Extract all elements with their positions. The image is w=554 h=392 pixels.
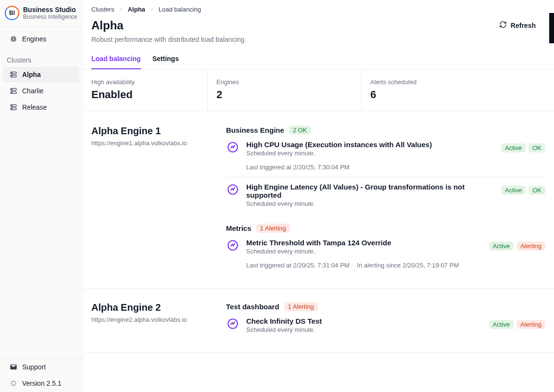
chip-icon [10, 35, 17, 43]
engine-name: Alpha Engine 1 [91, 126, 207, 137]
status-badge: OK [529, 186, 545, 195]
sidebar-item-cluster[interactable]: Release [3, 100, 79, 115]
sparkle-icon [10, 379, 17, 387]
status-badge: Active [501, 143, 526, 152]
stat-label: Alerts scheduled [370, 78, 478, 86]
alert-badges: ActiveOK [501, 186, 545, 195]
brand-title: Business Studio [23, 6, 77, 13]
engine-info: Alpha Engine 1https://engine1.alpha.volk… [91, 126, 207, 275]
brand-subtitle: Business Intelligence [23, 13, 77, 20]
sidebar-item-support[interactable]: Support [3, 359, 79, 375]
activity-icon [226, 140, 239, 154]
alert-badges: ActiveAlerting [489, 320, 545, 329]
svg-point-8 [12, 89, 12, 89]
stat-value: 2 [216, 89, 353, 101]
status-badge: Alerting [516, 320, 545, 329]
status-badge: 1 Alerting [256, 224, 290, 233]
alert-group: Business Engine2 OKHigh CPU Usage (Execu… [226, 126, 545, 213]
stat-alerts: Alerts scheduled 6 [362, 70, 487, 112]
svg-rect-0 [12, 37, 15, 41]
alert-row[interactable]: High CPU Usage (Execution instances with… [226, 135, 545, 177]
group-header: Business Engine2 OK [226, 126, 545, 135]
engine-info: Alpha Engine 2https://engine2.alpha.volk… [91, 302, 207, 339]
sidebar-item-version[interactable]: Version 2.5.1 [3, 376, 79, 391]
alert-title: Metric Threshold with Tampa 124 Override [246, 239, 482, 247]
alert-row[interactable]: High Engine Latency (All Values) - Group… [226, 177, 545, 213]
page-subtitle: Robust performance with distributed load… [83, 34, 549, 43]
sidebar-heading-clusters: Clusters [0, 51, 82, 66]
tabs: Load balancingSettings [83, 43, 554, 70]
status-badge: Active [501, 186, 526, 195]
engine-name: Alpha Engine 2 [91, 302, 207, 313]
sidebar-item-engines[interactable]: Engines [3, 31, 79, 47]
refresh-label: Refresh [511, 22, 536, 29]
crumb-cluster[interactable]: Alpha [128, 6, 145, 13]
engine-url: https://engine2.alpha.volkovlabs.io [91, 316, 207, 323]
tab-settings[interactable]: Settings [152, 55, 179, 69]
stat-high-availability: High availability Enabled [83, 70, 208, 112]
sidebar-item-label: Support [22, 363, 46, 371]
server-icon [10, 71, 17, 78]
stats-row: High availability Enabled Engines 2 Aler… [83, 70, 554, 112]
sidebar-item-label: Alpha [22, 71, 41, 78]
status-badge: Active [489, 241, 514, 251]
refresh-button[interactable]: Refresh [494, 17, 541, 34]
alert-row[interactable]: Check Infinity DS TestScheduled every mi… [226, 311, 545, 339]
right-edge-bar [549, 13, 554, 43]
sidebar-item-cluster[interactable]: Charlie [3, 83, 79, 99]
alert-title: High CPU Usage (Execution instances with… [246, 140, 494, 149]
alert-group: Metrics1 AlertingMetric Threshold with T… [226, 224, 545, 275]
crumb-clusters[interactable]: Clusters [91, 6, 114, 13]
alert-meta: Last triggered at 2/20/25, 7:31:04 PM·In… [246, 262, 482, 269]
alert-schedule: Scheduled every minute. [246, 150, 494, 157]
alert-badges: ActiveOK [501, 143, 545, 152]
alert-group: Test dashboard1 AlertingCheck Infinity D… [226, 302, 545, 339]
stat-engines: Engines 2 [208, 70, 362, 112]
sidebar-item-label: Release [22, 103, 47, 111]
engine-block: Alpha Engine 2https://engine2.alpha.volk… [83, 289, 554, 353]
alert-list: Metric Threshold with Tampa 124 Override… [226, 233, 545, 275]
group-header: Metrics1 Alerting [226, 224, 545, 233]
brand: BI Business Studio Business Intelligence [0, 0, 82, 26]
sidebar-item-label: Charlie [22, 87, 43, 95]
alert-schedule: Scheduled every minute. [246, 326, 482, 333]
breadcrumb: Clusters Alpha Load balancing [83, 0, 554, 13]
svg-point-5 [12, 76, 12, 76]
group-title: Business Engine [226, 126, 284, 134]
svg-point-13 [12, 109, 12, 109]
alert-schedule: Scheduled every minute. [246, 248, 482, 255]
sidebar: BI Business Studio Business Intelligence… [0, 0, 83, 392]
group-title: Metrics [226, 224, 252, 232]
server-icon [10, 87, 17, 95]
alert-title: High Engine Latency (All Values) - Group… [246, 183, 494, 199]
svg-point-9 [12, 92, 12, 93]
status-badge: OK [529, 143, 545, 152]
engine-block: Alpha Engine 1https://engine1.alpha.volk… [83, 112, 554, 289]
alert-title: Check Infinity DS Test [246, 317, 482, 325]
brand-logo: BI [5, 6, 19, 20]
stat-label: Engines [216, 78, 353, 86]
svg-point-12 [12, 105, 12, 106]
activity-icon [226, 183, 239, 196]
alert-meta: Last triggered at 2/20/25, 7:30:04 PM [246, 164, 494, 171]
activity-icon [226, 317, 239, 330]
sidebar-item-label: Version 2.5.1 [22, 379, 62, 387]
tab-load-balancing[interactable]: Load balancing [91, 55, 141, 69]
engines-list: Alpha Engine 1https://engine1.alpha.volk… [83, 112, 554, 392]
group-title: Test dashboard [226, 303, 279, 311]
mail-icon [10, 363, 17, 371]
group-header: Test dashboard1 Alerting [226, 302, 545, 311]
stat-label: High availability [91, 78, 199, 86]
alert-row[interactable]: Metric Threshold with Tampa 124 Override… [226, 233, 545, 275]
sidebar-item-cluster[interactable]: Alpha [3, 67, 79, 82]
crumb-page: Load balancing [159, 6, 201, 13]
status-badge: 1 Alerting [284, 302, 318, 311]
alert-list: High CPU Usage (Execution instances with… [226, 135, 545, 213]
chevron-right-icon [118, 6, 124, 13]
alert-list: Check Infinity DS TestScheduled every mi… [226, 311, 545, 339]
sidebar-item-label: Engines [22, 35, 47, 43]
clusters-list: AlphaCharlieRelease [0, 66, 82, 116]
activity-icon [226, 239, 239, 252]
status-badge: Active [489, 320, 514, 329]
status-badge: 2 OK [289, 126, 311, 135]
